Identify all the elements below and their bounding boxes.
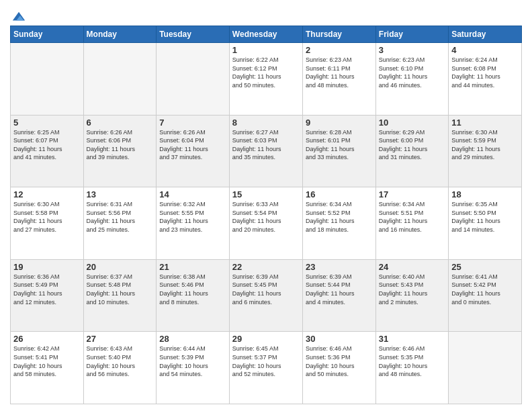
day-info: Sunrise: 6:43 AM Sunset: 5:40 PM Dayligh…: [87, 345, 154, 378]
day-number: 9: [306, 118, 373, 128]
day-info: Sunrise: 6:27 AM Sunset: 6:03 PM Dayligh…: [232, 128, 300, 162]
logo: [10, 9, 26, 21]
day-number: 5: [13, 118, 81, 128]
day-number: 20: [87, 262, 154, 272]
day-number: 21: [159, 262, 226, 272]
calendar-cell: 31Sunrise: 6:46 AM Sunset: 5:35 PM Dayli…: [375, 332, 448, 404]
day-number: 22: [232, 262, 300, 272]
day-number: 17: [379, 189, 445, 199]
day-number: 11: [451, 118, 519, 128]
day-info: Sunrise: 6:26 AM Sunset: 6:04 PM Dayligh…: [159, 128, 226, 162]
calendar-cell: [449, 332, 522, 404]
calendar-cell: 7Sunrise: 6:26 AM Sunset: 6:04 PM Daylig…: [157, 115, 230, 187]
day-number: 27: [87, 334, 154, 344]
logo-icon: [11, 9, 26, 24]
calendar-cell: 28Sunrise: 6:44 AM Sunset: 5:39 PM Dayli…: [157, 332, 230, 404]
day-number: 12: [13, 189, 81, 199]
calendar: SundayMondayTuesdayWednesdayThursdayFrid…: [10, 26, 522, 404]
day-number: 7: [159, 118, 226, 128]
calendar-week-row: 26Sunrise: 6:42 AM Sunset: 5:41 PM Dayli…: [11, 332, 522, 404]
calendar-cell: 5Sunrise: 6:25 AM Sunset: 6:07 PM Daylig…: [11, 115, 84, 187]
day-number: 23: [306, 262, 373, 272]
day-number: 29: [232, 334, 300, 344]
calendar-cell: 22Sunrise: 6:39 AM Sunset: 5:45 PM Dayli…: [229, 259, 302, 332]
day-number: 25: [451, 262, 519, 272]
day-info: Sunrise: 6:39 AM Sunset: 5:44 PM Dayligh…: [306, 273, 373, 306]
day-info: Sunrise: 6:45 AM Sunset: 5:37 PM Dayligh…: [232, 345, 300, 378]
day-info: Sunrise: 6:25 AM Sunset: 6:07 PM Dayligh…: [13, 128, 81, 162]
day-info: Sunrise: 6:46 AM Sunset: 5:35 PM Dayligh…: [379, 345, 445, 378]
calendar-cell: 1Sunrise: 6:22 AM Sunset: 6:12 PM Daylig…: [229, 43, 302, 116]
day-number: 31: [379, 334, 445, 344]
calendar-cell: 18Sunrise: 6:35 AM Sunset: 5:50 PM Dayli…: [449, 187, 522, 260]
day-info: Sunrise: 6:22 AM Sunset: 6:12 PM Dayligh…: [232, 56, 300, 89]
calendar-cell: 23Sunrise: 6:39 AM Sunset: 5:44 PM Dayli…: [302, 259, 375, 332]
day-info: Sunrise: 6:39 AM Sunset: 5:45 PM Dayligh…: [232, 273, 300, 306]
day-header-monday: Monday: [83, 26, 157, 43]
day-info: Sunrise: 6:40 AM Sunset: 5:43 PM Dayligh…: [379, 273, 445, 306]
calendar-cell: 8Sunrise: 6:27 AM Sunset: 6:03 PM Daylig…: [229, 115, 302, 187]
day-header-thursday: Thursday: [302, 26, 375, 43]
day-info: Sunrise: 6:32 AM Sunset: 5:55 PM Dayligh…: [159, 200, 226, 234]
calendar-cell: [11, 43, 84, 116]
day-number: 6: [87, 118, 154, 128]
day-info: Sunrise: 6:35 AM Sunset: 5:50 PM Dayligh…: [451, 200, 519, 234]
day-number: 8: [232, 118, 300, 128]
day-info: Sunrise: 6:44 AM Sunset: 5:39 PM Dayligh…: [159, 345, 226, 378]
day-header-friday: Friday: [375, 26, 448, 43]
day-info: Sunrise: 6:34 AM Sunset: 5:52 PM Dayligh…: [306, 200, 373, 234]
day-info: Sunrise: 6:31 AM Sunset: 5:56 PM Dayligh…: [87, 200, 154, 234]
page: SundayMondayTuesdayWednesdayThursdayFrid…: [0, 0, 532, 411]
day-header-wednesday: Wednesday: [229, 26, 302, 43]
calendar-cell: 6Sunrise: 6:26 AM Sunset: 6:06 PM Daylig…: [83, 115, 157, 187]
day-number: 13: [87, 189, 154, 199]
calendar-cell: 13Sunrise: 6:31 AM Sunset: 5:56 PM Dayli…: [83, 187, 157, 260]
day-info: Sunrise: 6:46 AM Sunset: 5:36 PM Dayligh…: [306, 345, 373, 378]
calendar-cell: 26Sunrise: 6:42 AM Sunset: 5:41 PM Dayli…: [11, 332, 84, 404]
day-info: Sunrise: 6:30 AM Sunset: 5:58 PM Dayligh…: [13, 200, 81, 234]
day-number: 30: [306, 334, 373, 344]
calendar-cell: 11Sunrise: 6:30 AM Sunset: 5:59 PM Dayli…: [449, 115, 522, 187]
calendar-cell: 19Sunrise: 6:36 AM Sunset: 5:49 PM Dayli…: [11, 259, 84, 332]
calendar-cell: [83, 43, 157, 116]
day-number: 14: [159, 189, 226, 199]
calendar-header-row: SundayMondayTuesdayWednesdayThursdayFrid…: [11, 26, 522, 43]
calendar-cell: 30Sunrise: 6:46 AM Sunset: 5:36 PM Dayli…: [302, 332, 375, 404]
calendar-cell: 21Sunrise: 6:38 AM Sunset: 5:46 PM Dayli…: [157, 259, 230, 332]
calendar-cell: 15Sunrise: 6:33 AM Sunset: 5:54 PM Dayli…: [229, 187, 302, 260]
calendar-cell: 24Sunrise: 6:40 AM Sunset: 5:43 PM Dayli…: [375, 259, 448, 332]
calendar-cell: 27Sunrise: 6:43 AM Sunset: 5:40 PM Dayli…: [83, 332, 157, 404]
day-info: Sunrise: 6:37 AM Sunset: 5:48 PM Dayligh…: [87, 273, 154, 306]
day-info: Sunrise: 6:23 AM Sunset: 6:11 PM Dayligh…: [306, 56, 373, 89]
calendar-cell: 29Sunrise: 6:45 AM Sunset: 5:37 PM Dayli…: [229, 332, 302, 404]
day-info: Sunrise: 6:29 AM Sunset: 6:00 PM Dayligh…: [379, 128, 445, 162]
header: [10, 7, 522, 21]
calendar-cell: 3Sunrise: 6:23 AM Sunset: 6:10 PM Daylig…: [375, 43, 448, 116]
calendar-cell: 2Sunrise: 6:23 AM Sunset: 6:11 PM Daylig…: [302, 43, 375, 116]
calendar-week-row: 12Sunrise: 6:30 AM Sunset: 5:58 PM Dayli…: [11, 187, 522, 260]
calendar-cell: 17Sunrise: 6:34 AM Sunset: 5:51 PM Dayli…: [375, 187, 448, 260]
day-number: 19: [13, 262, 81, 272]
day-header-saturday: Saturday: [449, 26, 522, 43]
day-number: 4: [451, 45, 519, 55]
calendar-cell: 9Sunrise: 6:28 AM Sunset: 6:01 PM Daylig…: [302, 115, 375, 187]
calendar-cell: 4Sunrise: 6:24 AM Sunset: 6:08 PM Daylig…: [449, 43, 522, 116]
day-header-sunday: Sunday: [11, 26, 84, 43]
calendar-week-row: 19Sunrise: 6:36 AM Sunset: 5:49 PM Dayli…: [11, 259, 522, 332]
calendar-cell: [157, 43, 230, 116]
calendar-week-row: 5Sunrise: 6:25 AM Sunset: 6:07 PM Daylig…: [11, 115, 522, 187]
day-number: 15: [232, 189, 300, 199]
day-info: Sunrise: 6:42 AM Sunset: 5:41 PM Dayligh…: [13, 345, 81, 378]
calendar-cell: 14Sunrise: 6:32 AM Sunset: 5:55 PM Dayli…: [157, 187, 230, 260]
day-info: Sunrise: 6:23 AM Sunset: 6:10 PM Dayligh…: [379, 56, 445, 89]
day-info: Sunrise: 6:28 AM Sunset: 6:01 PM Dayligh…: [306, 128, 373, 162]
calendar-cell: 16Sunrise: 6:34 AM Sunset: 5:52 PM Dayli…: [302, 187, 375, 260]
day-header-tuesday: Tuesday: [157, 26, 230, 43]
day-info: Sunrise: 6:34 AM Sunset: 5:51 PM Dayligh…: [379, 200, 445, 234]
day-info: Sunrise: 6:33 AM Sunset: 5:54 PM Dayligh…: [232, 200, 300, 234]
day-number: 16: [306, 189, 373, 199]
day-info: Sunrise: 6:38 AM Sunset: 5:46 PM Dayligh…: [159, 273, 226, 306]
day-info: Sunrise: 6:41 AM Sunset: 5:42 PM Dayligh…: [451, 273, 519, 306]
day-number: 18: [451, 189, 519, 199]
calendar-cell: 25Sunrise: 6:41 AM Sunset: 5:42 PM Dayli…: [449, 259, 522, 332]
